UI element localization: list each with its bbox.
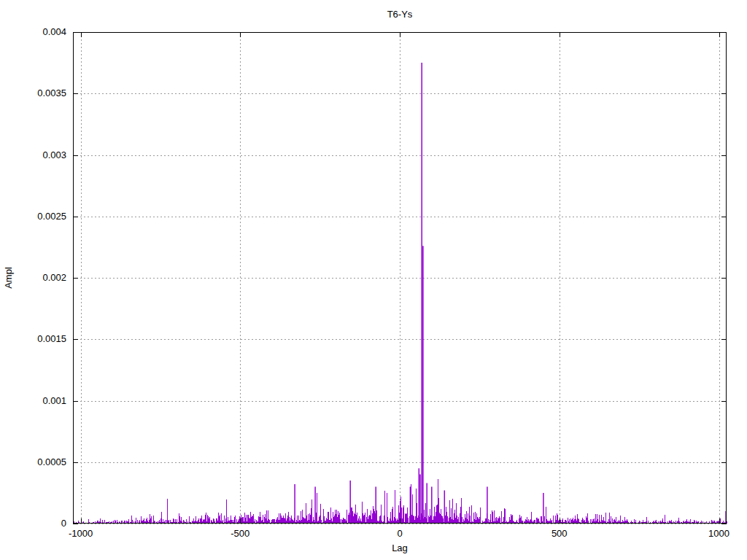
y-tick-label: 0.0025 [0, 211, 66, 222]
y-tick-label: 0.001 [0, 395, 66, 407]
y-tick-label: 0.0015 [0, 333, 66, 345]
x-axis-label: Lag [73, 542, 727, 553]
y-tick-label: 0.003 [0, 149, 66, 161]
series-noise-impulses [74, 479, 727, 524]
x-tick-label: -500 [211, 528, 269, 539]
chart-container: T6-Ys Ampl Lag 00.00050.0010.00150.0020.… [0, 0, 747, 560]
y-tick-label: 0.002 [0, 272, 66, 284]
x-tick-label: 0 [371, 528, 429, 539]
x-tick-label: 500 [530, 528, 589, 539]
chart-title: T6-Ys [73, 9, 727, 20]
grid-lines [73, 32, 727, 524]
y-tick-label: 0.004 [0, 26, 66, 38]
x-tick-label: 1000 [690, 528, 747, 539]
y-tick-label: 0.0005 [0, 456, 66, 468]
series-peak-impulses [295, 63, 726, 524]
y-tick-label: 0.0035 [0, 88, 66, 99]
x-tick-label: -1000 [52, 528, 110, 539]
plot-area [0, 0, 747, 560]
